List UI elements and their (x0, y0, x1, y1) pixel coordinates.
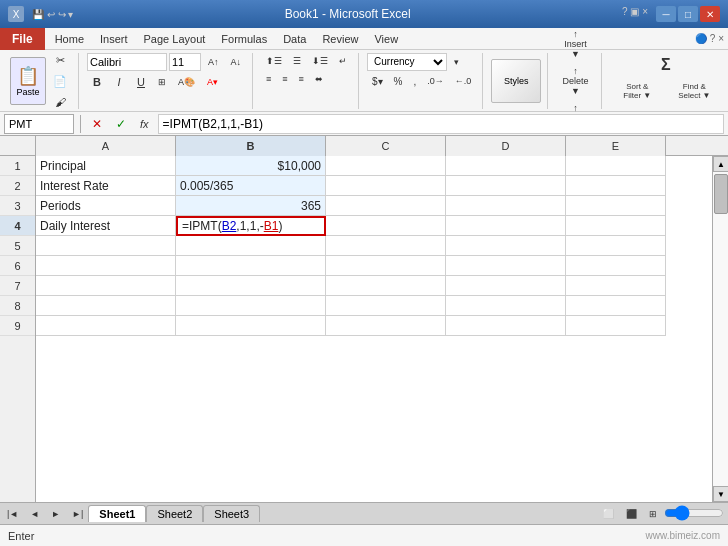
scroll-thumb[interactable] (714, 174, 728, 214)
review-menu[interactable]: Review (314, 31, 366, 47)
cell-a3[interactable]: Periods (36, 196, 176, 216)
maximize-button[interactable]: □ (678, 6, 698, 22)
cell-b1[interactable]: $10,000 (176, 156, 326, 176)
last-sheet-button[interactable]: ►| (67, 506, 88, 522)
view-break-button[interactable]: ⊞ (644, 506, 662, 522)
cell-e7[interactable] (566, 276, 666, 296)
cell-e6[interactable] (566, 256, 666, 276)
fill-color-button[interactable]: A🎨 (173, 74, 200, 90)
cancel-formula-button[interactable]: ✕ (87, 114, 107, 134)
cell-d3[interactable] (446, 196, 566, 216)
font-name-input[interactable] (87, 53, 167, 71)
sheet-tab-1[interactable]: Sheet1 (88, 505, 146, 522)
percent-button[interactable]: % (389, 73, 408, 90)
top-align-button[interactable]: ⬆☰ (261, 53, 287, 69)
cell-b6[interactable] (176, 256, 326, 276)
cell-e3[interactable] (566, 196, 666, 216)
cell-e9[interactable] (566, 316, 666, 336)
font-color-button[interactable]: A▾ (202, 74, 223, 90)
home-menu[interactable]: Home (47, 31, 92, 47)
sheet-tab-2[interactable]: Sheet2 (146, 505, 203, 522)
col-header-a[interactable]: A (36, 136, 176, 156)
delete-cells-button[interactable]: ↑ Delete ▼ (556, 63, 595, 99)
prev-sheet-button[interactable]: ◄ (25, 506, 44, 522)
row-num-9[interactable]: 9 (0, 316, 35, 336)
sheet-tab-3[interactable]: Sheet3 (203, 505, 260, 522)
row-num-2[interactable]: 2 (0, 176, 35, 196)
align-right-button[interactable]: ≡ (294, 71, 309, 87)
minimize-button[interactable]: ─ (656, 6, 676, 22)
cell-c8[interactable] (326, 296, 446, 316)
confirm-formula-button[interactable]: ✓ (111, 114, 131, 134)
cell-d5[interactable] (446, 236, 566, 256)
col-header-c[interactable]: C (326, 136, 446, 156)
cell-a6[interactable] (36, 256, 176, 276)
wrap-text-button[interactable]: ↵ (334, 53, 352, 69)
view-menu[interactable]: View (366, 31, 406, 47)
cell-b2[interactable]: 0.005/365 (176, 176, 326, 196)
cell-c2[interactable] (326, 176, 446, 196)
cell-a5[interactable] (36, 236, 176, 256)
cell-c1[interactable] (326, 156, 446, 176)
data-menu[interactable]: Data (275, 31, 314, 47)
cell-c9[interactable] (326, 316, 446, 336)
cell-d7[interactable] (446, 276, 566, 296)
underline-button[interactable]: U (131, 73, 151, 91)
increase-font-button[interactable]: A↑ (203, 54, 224, 70)
currency-button[interactable]: $▾ (367, 73, 388, 90)
decrease-decimal-button[interactable]: ←.0 (450, 73, 477, 90)
cell-b3[interactable]: 365 (176, 196, 326, 216)
bold-button[interactable]: B (87, 73, 107, 91)
decrease-font-button[interactable]: A↓ (226, 54, 247, 70)
copy-button[interactable]: 📄 (48, 72, 72, 91)
number-format-select[interactable]: Currency General Number (367, 53, 447, 71)
autosum-button[interactable]: Σ (656, 53, 676, 77)
row-num-7[interactable]: 7 (0, 276, 35, 296)
view-normal-button[interactable]: ⬜ (598, 506, 619, 522)
next-sheet-button[interactable]: ► (46, 506, 65, 522)
vertical-scrollbar[interactable]: ▲ ▼ (712, 156, 728, 502)
sort-filter-button[interactable]: Sort &Filter ▼ (610, 79, 665, 104)
cell-d6[interactable] (446, 256, 566, 276)
cell-a4[interactable]: Daily Interest (36, 216, 176, 236)
row-num-8[interactable]: 8 (0, 296, 35, 316)
cut-button[interactable]: ✂ (48, 51, 72, 70)
cell-e5[interactable] (566, 236, 666, 256)
styles-button[interactable]: Styles (491, 59, 541, 103)
cell-d8[interactable] (446, 296, 566, 316)
row-num-1[interactable]: 1 (0, 156, 35, 176)
insert-function-button[interactable]: fx (135, 115, 154, 133)
formula-input[interactable] (158, 114, 724, 134)
find-select-button[interactable]: Find &Select ▼ (667, 79, 722, 104)
middle-align-button[interactable]: ☰ (288, 53, 306, 69)
name-box[interactable] (4, 114, 74, 134)
bottom-align-button[interactable]: ⬇☰ (307, 53, 333, 69)
italic-button[interactable]: I (109, 73, 129, 91)
row-num-3[interactable]: 3 (0, 196, 35, 216)
cell-a9[interactable] (36, 316, 176, 336)
paste-button[interactable]: 📋 Paste (10, 57, 46, 105)
page-layout-menu[interactable]: Page Layout (136, 31, 214, 47)
row-num-4[interactable]: 4 (0, 216, 35, 236)
window-controls[interactable]: ? ▣ × ─ □ ✕ (622, 6, 720, 22)
cell-e1[interactable] (566, 156, 666, 176)
cell-d1[interactable] (446, 156, 566, 176)
scroll-up-button[interactable]: ▲ (713, 156, 728, 172)
cell-d9[interactable] (446, 316, 566, 336)
scroll-down-button[interactable]: ▼ (713, 486, 728, 502)
insert-cells-button[interactable]: ↑ Insert ▼ (556, 26, 595, 62)
view-page-button[interactable]: ⬛ (621, 506, 642, 522)
cell-a1[interactable]: Principal (36, 156, 176, 176)
cell-a8[interactable] (36, 296, 176, 316)
insert-menu[interactable]: Insert (92, 31, 136, 47)
cell-b5[interactable] (176, 236, 326, 256)
cell-d2[interactable] (446, 176, 566, 196)
cell-d4[interactable] (446, 216, 566, 236)
cell-a2[interactable]: Interest Rate (36, 176, 176, 196)
first-sheet-button[interactable]: |◄ (2, 506, 23, 522)
cell-b9[interactable] (176, 316, 326, 336)
align-left-button[interactable]: ≡ (261, 71, 276, 87)
cell-c5[interactable] (326, 236, 446, 256)
comma-button[interactable]: , (409, 73, 422, 90)
cell-b7[interactable] (176, 276, 326, 296)
